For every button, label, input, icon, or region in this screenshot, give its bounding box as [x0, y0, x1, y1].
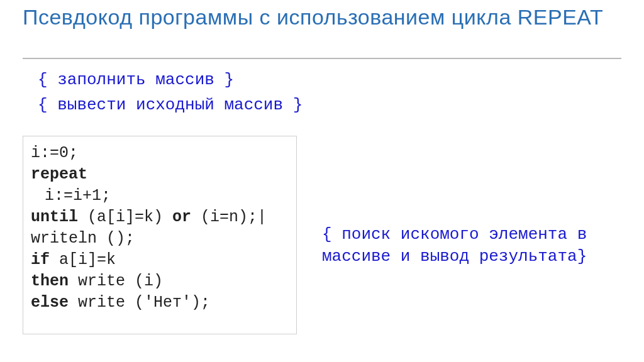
kw-repeat: repeat	[31, 165, 87, 184]
kw-if: if	[31, 251, 50, 269]
else-body: write ('Нет');	[69, 293, 210, 312]
code-line-4: until (a[i]=k) or (i=n);|	[31, 207, 289, 228]
code-line-6: if a[i]=k	[31, 250, 289, 271]
kw-then: then	[31, 272, 69, 290]
title-underline	[23, 58, 621, 59]
until-cond-2: (i=n);	[191, 208, 257, 226]
kw-until: until	[31, 208, 78, 226]
code-line-7: then write (i)	[31, 271, 289, 292]
code-line-3: i:=i+1;	[31, 185, 289, 207]
kw-else: else	[31, 293, 69, 312]
text-cursor: |	[257, 208, 267, 226]
then-body: write (i)	[69, 272, 163, 290]
until-cond-1: (a[i]=k)	[78, 208, 172, 226]
if-cond: a[i]=k	[50, 251, 116, 269]
code-box: i:=0; repeat i:=i+1; until (a[i]=k) or (…	[23, 136, 297, 334]
comment-print-array: { вывести исходный массив }	[38, 96, 303, 114]
code-line-2: repeat	[31, 164, 289, 185]
comment-search: { поиск искомого элемента в массиве и вы…	[322, 224, 618, 268]
slide: Псевдокод программы с использованием цик…	[0, 0, 644, 362]
code-line-1: i:=0;	[31, 143, 289, 164]
kw-or: or	[172, 208, 191, 226]
slide-title: Псевдокод программы с использованием цик…	[23, 5, 614, 30]
code-line-5: writeln ();	[31, 228, 289, 250]
comment-fill-array: { заполнить массив }	[38, 70, 234, 89]
code-line-8: else write ('Нет');	[31, 292, 289, 314]
